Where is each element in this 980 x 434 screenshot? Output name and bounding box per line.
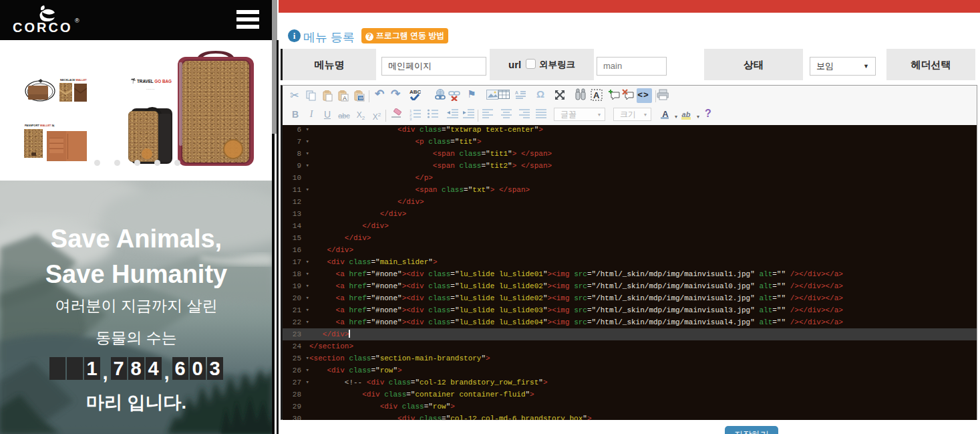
svg-text:ABC: ABC	[410, 89, 421, 95]
svg-text:A: A	[593, 90, 600, 100]
svg-text:W: W	[359, 96, 363, 100]
svg-text:A: A	[343, 95, 347, 102]
svg-text:A: A	[515, 90, 518, 95]
svg-text:3: 3	[410, 117, 412, 120]
